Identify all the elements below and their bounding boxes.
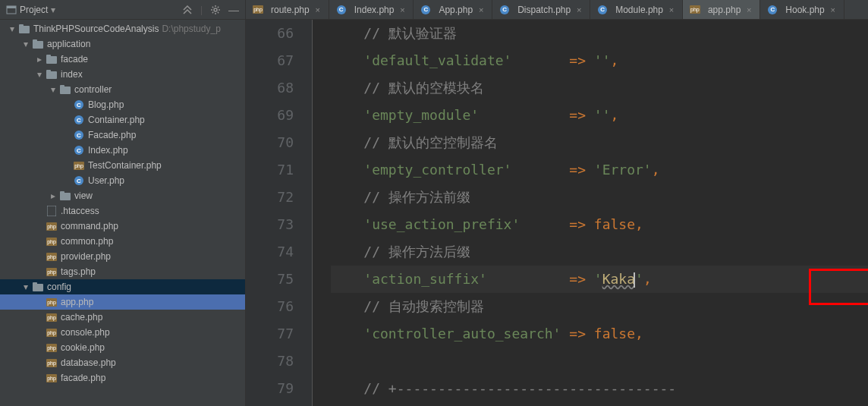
tree-item[interactable]: ▾index [0,67,245,82]
code-line[interactable]: 'action_suffix' => 'Kaka', [331,266,868,293]
tree-item-label: index [61,69,83,80]
tree-item-label: TestContainer.php [88,160,162,171]
expand-arrow-icon[interactable]: ▾ [6,24,18,34]
project-icon [18,24,30,33]
code-line[interactable] [331,348,868,375]
project-sidebar: Project ▾ | — ▾ThinkPHPSourceCodeAnalysi… [0,0,246,406]
close-icon[interactable]: × [476,5,486,14]
tree-item[interactable]: .htaccess [0,203,245,219]
close-icon[interactable]: × [744,5,753,14]
class-icon: C [420,5,432,14]
php-icon: php [46,268,58,276]
tree-item[interactable]: phpapp.php [0,294,245,310]
tree-item[interactable]: phptags.php [0,264,245,279]
tab-label: Hook.php [785,5,824,15]
tree-item-label: provider.php [61,251,111,262]
tree-item[interactable]: CFacade.php [0,127,245,143]
class-icon: C [596,5,609,14]
expand-arrow-icon[interactable]: ▾ [20,39,32,49]
chevron-down-icon[interactable]: ▾ [51,5,55,15]
class-icon: C [73,115,85,124]
line-number: 74 [246,238,294,266]
tree-item[interactable]: CIndex.php [0,143,245,158]
code-line[interactable]: // 默认的空控制器名 [331,129,868,156]
code-line[interactable]: 'empty_module' => '', [331,102,868,129]
tree-item[interactable]: CContainer.php [0,112,245,127]
line-number: 70 [246,129,294,156]
code-line[interactable]: // 操作方法前缀 [331,184,868,211]
code-line[interactable]: // 默认的空模块名 [331,74,868,102]
tree-item[interactable]: ▸facade [0,52,245,67]
tree-item[interactable]: ▾controller [0,82,245,97]
tree-item-label: controller [74,84,112,95]
expand-arrow-icon[interactable]: ▾ [20,282,32,292]
code-line[interactable]: 'default_validate' => '', [331,47,868,74]
tree-item-label: command.php [61,221,118,231]
tree-item[interactable]: phpcookie.php [0,340,245,355]
tree-item-label: app.php [61,297,93,307]
expand-arrow-icon[interactable]: ▾ [33,69,46,80]
tree-item[interactable]: phpfacade.php [0,370,245,386]
code-line[interactable]: // 默认验证器 [331,20,868,47]
close-icon[interactable]: × [574,5,583,14]
tree-item[interactable]: CUser.php [0,173,245,188]
expand-arrow-icon[interactable]: ▸ [47,190,59,201]
code-content[interactable]: // 默认验证器 'default_validate' => '', // 默认… [313,20,868,406]
line-number: 68 [246,74,294,102]
editor-tab[interactable]: CIndex.php× [329,0,414,19]
editor-tab[interactable]: CDispatch.php× [492,0,590,19]
tree-item-label: console.php [61,327,110,338]
collapse-icon[interactable] [182,5,193,15]
line-number: 67 [246,47,294,74]
tree-item[interactable]: phpcommon.php [0,234,245,249]
expand-arrow-icon[interactable]: ▾ [47,84,59,95]
editor-tab[interactable]: CModule.php× [590,0,683,19]
editor-tab[interactable]: CApp.php× [414,0,492,19]
code-line[interactable]: 'empty_controller' => 'Error', [331,156,868,184]
class-icon: C [73,131,85,140]
gear-icon[interactable] [210,5,221,15]
close-icon[interactable]: × [313,5,322,14]
hide-icon[interactable]: — [228,4,239,16]
svg-rect-15 [47,206,56,216]
code-line[interactable]: 'controller_auto_search' => false, [331,320,868,348]
tree-item[interactable]: ▾ThinkPHPSourceCodeAnalysisD:\phpstudy_p [0,21,245,36]
tree-item[interactable]: phpconsole.php [0,325,245,340]
tree-item[interactable]: phpTestContainer.php [0,158,245,173]
code-line[interactable]: // | URL设置 [331,402,868,406]
code-line[interactable]: // +---------------------------------- [331,375,868,402]
tree-item[interactable]: phpcache.php [0,310,245,325]
sidebar-header: Project ▾ | — [0,0,245,20]
php-icon: php [46,313,58,322]
tree-item-label: Container.php [88,115,145,125]
close-icon[interactable]: × [398,5,407,14]
code-line[interactable]: // 自动搜索控制器 [331,293,868,320]
tree-item-label: User.php [88,175,124,186]
folder-icon [59,191,71,200]
close-icon[interactable]: × [667,5,676,14]
tree-item-label: cache.php [61,312,102,323]
editor-tab[interactable]: phproute.php× [246,0,329,19]
tab-label: Index.php [354,5,395,15]
expand-arrow-icon[interactable]: ▸ [33,54,46,65]
tree-item[interactable]: phpcommand.php [0,219,245,234]
tree-item-label: facade [61,54,88,65]
tree-item-label: ThinkPHPSourceCodeAnalysis [33,24,159,34]
tree-item[interactable]: ▾application [0,36,245,52]
tree-item[interactable]: phpprovider.php [0,249,245,264]
tree-item[interactable]: ▸view [0,188,245,203]
tree-item[interactable]: ▾config [0,279,245,294]
editor-tab[interactable]: phpapp.php× [683,0,760,19]
php-icon: php [46,344,58,352]
code-editor[interactable]: 666768697071727374757677787980 // 默认验证器 … [246,20,868,406]
tree-item[interactable]: CBlog.php [0,97,245,112]
tree-item[interactable]: phpdatabase.php [0,355,245,370]
code-line[interactable]: // 操作方法后缀 [331,238,868,266]
editor-tab[interactable]: CHook.php× [760,0,844,19]
close-icon[interactable]: × [829,5,838,14]
code-line[interactable]: 'use_action_prefix' => false, [331,211,868,238]
project-tree[interactable]: ▾ThinkPHPSourceCodeAnalysisD:\phpstudy_p… [0,20,245,406]
svg-rect-12 [60,85,64,88]
folder-icon [46,55,58,64]
tree-item-label: Index.php [88,145,128,156]
